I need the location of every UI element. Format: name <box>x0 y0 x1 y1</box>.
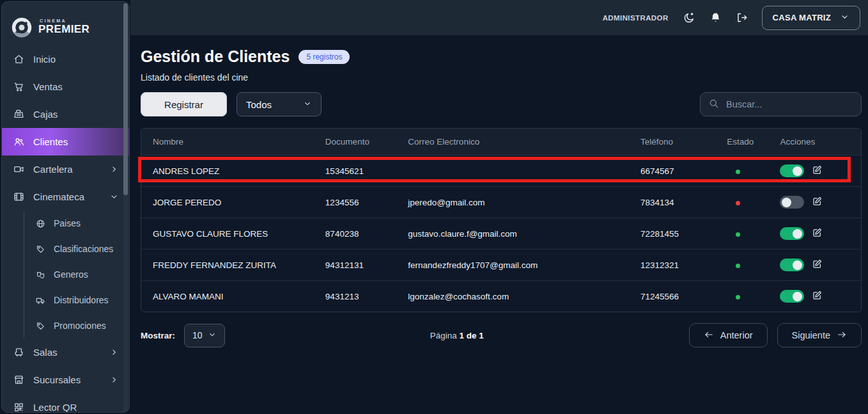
status-dot <box>736 232 740 237</box>
edit-button[interactable] <box>812 259 823 271</box>
cell-documento: 1234556 <box>318 187 400 218</box>
tag-icon <box>36 244 45 254</box>
edit-button[interactable] <box>812 164 823 177</box>
cell-nombre: FREDDY FERNANDEZ ZURITA <box>141 250 318 281</box>
notifications-button[interactable] <box>709 12 722 24</box>
edit-button[interactable] <box>812 290 823 303</box>
topbar: ADMINISTRADOR CASA MATRIZ <box>130 0 868 35</box>
seat-icon <box>13 347 24 358</box>
cell-correo: gustavo.claure.f@gmail.com <box>400 218 633 250</box>
previous-page-button[interactable]: Anterior <box>689 323 768 347</box>
sidebar-item-cinemateca[interactable]: Cinemateca <box>2 183 129 211</box>
status-toggle[interactable] <box>780 290 804 303</box>
app-root: CINEMA PREMIER InicioVentasCajasClientes… <box>0 0 868 414</box>
sidebar-item-label: Clientes <box>33 136 68 147</box>
store-icon <box>13 374 24 385</box>
edit-button[interactable] <box>812 227 823 240</box>
edit-icon <box>812 227 823 238</box>
column-header-documento: Documento <box>318 129 400 155</box>
status-toggle[interactable] <box>780 196 804 209</box>
globe-icon <box>36 219 45 228</box>
brand-logo: CINEMA PREMIER <box>2 2 129 43</box>
video-icon <box>13 164 24 175</box>
edit-icon <box>812 164 823 175</box>
chevron-down-icon <box>303 99 312 108</box>
sidebar: CINEMA PREMIER InicioVentasCajasClientes… <box>1 1 130 413</box>
arrow-right-icon <box>837 330 847 340</box>
main-content: Gestión de Clientes 5 registros Listado … <box>130 35 868 414</box>
sidebar-subitem-promociones[interactable]: Promociones <box>24 313 129 338</box>
home-icon <box>13 54 24 65</box>
cinema-premier-logo-icon <box>11 17 33 38</box>
sidebar-subitem-distribuidores[interactable]: Distribuidores <box>24 287 129 313</box>
cell-telefono: 7834134 <box>633 187 719 218</box>
table-row: GUSTAVO CLAURE FLORES8740238gustavo.clau… <box>141 218 861 250</box>
cell-correo: lgonzalez@cochasoft.com <box>400 281 633 312</box>
cell-nombre: GUSTAVO CLAURE FLORES <box>141 218 318 250</box>
brand-line2: PREMIER <box>38 23 89 36</box>
search-icon <box>708 98 719 109</box>
chevron-right-icon <box>109 375 119 385</box>
sidebar-item-label: Cajas <box>33 109 58 120</box>
sidebar-item-ventas[interactable]: Ventas <box>2 73 129 100</box>
column-header-nombre: Nombre <box>141 129 318 155</box>
sidebar-subitem-generos[interactable]: Generos <box>24 262 129 287</box>
page-size-select[interactable]: 10 <box>184 324 225 347</box>
status-dot <box>736 201 740 205</box>
dark-mode-toggle-button[interactable] <box>683 12 695 24</box>
column-header-estado: Estado <box>719 129 772 155</box>
page-title: Gestión de Clientes <box>141 47 290 66</box>
sidebar-scrollbar-thumb[interactable] <box>123 3 128 195</box>
sidebar-item-label: Ventas <box>33 81 63 92</box>
register-button[interactable]: Registrar <box>141 92 227 116</box>
sidebar-item-clientes[interactable]: Clientes <box>2 128 129 155</box>
status-toggle[interactable] <box>780 259 804 271</box>
sidebar-item-label: Sucursales <box>33 374 81 385</box>
status-toggle[interactable] <box>780 227 804 240</box>
sidebar-item-label: Lector QR <box>33 402 77 413</box>
sidebar-item-lector-qr[interactable]: Lector QR <box>2 394 129 413</box>
edit-button[interactable] <box>812 196 823 209</box>
users-icon <box>13 136 24 147</box>
table-row: ANDRES LOPEZ153456216674567 <box>141 155 861 187</box>
cash-register-icon <box>13 109 24 120</box>
filter-select[interactable]: Todos <box>236 92 322 116</box>
pagination-bar: Mostrar: 10 Página 1 de 1 Anterior Sigui… <box>141 323 862 347</box>
edit-icon <box>812 196 823 207</box>
page-indicator: Página 1 de 1 <box>225 331 689 340</box>
logout-button[interactable] <box>736 12 748 24</box>
toolbar: Registrar Todos <box>141 92 862 116</box>
status-toggle[interactable] <box>780 164 804 177</box>
column-header-acciones: Acciones <box>772 129 861 155</box>
arrow-left-icon <box>704 330 714 340</box>
sidebar-item-label: Inicio <box>33 54 56 65</box>
sidebar-item-cajas[interactable]: Cajas <box>2 100 129 128</box>
sidebar-item-inicio[interactable]: Inicio <box>2 45 129 73</box>
tag-icon <box>36 321 45 331</box>
cell-correo: jperedo@gmail.com <box>400 187 633 218</box>
chevron-right-icon <box>109 347 119 357</box>
sidebar-subitem-label: Generos <box>54 269 88 280</box>
sidebar-item-label: Cartelera <box>33 164 73 175</box>
cell-documento: 15345621 <box>318 155 400 187</box>
sidebar-item-salas[interactable]: Salas <box>2 338 129 366</box>
next-page-button[interactable]: Siguiente <box>777 323 862 347</box>
branch-selector-button[interactable]: CASA MATRIZ <box>762 6 860 30</box>
filter-select-value: Todos <box>246 99 272 110</box>
sidebar-subitem-paises[interactable]: Paises <box>24 211 129 236</box>
sidebar-submenu: PaisesClasificacionesGenerosDistribuidor… <box>24 211 129 338</box>
sidebar-item-sucursales[interactable]: Sucursales <box>2 366 129 394</box>
sidebar-item-cartelera[interactable]: Cartelera <box>2 155 129 183</box>
cart-icon <box>13 81 24 92</box>
status-dot <box>736 170 740 174</box>
cell-nombre: JORGE PEREDO <box>141 187 318 218</box>
search-input[interactable] <box>725 99 853 110</box>
clients-table: Nombre Documento Correo Electronico Telé… <box>141 129 861 312</box>
chevron-down-icon <box>840 12 849 22</box>
sidebar-scrollbar[interactable] <box>123 3 128 412</box>
page-subtitle: Listado de clientes del cine <box>141 72 862 83</box>
cell-correo: fernandezfreddy1707@gmail.com <box>400 250 633 281</box>
sidebar-subitem-clasificaciones[interactable]: Clasificaciones <box>24 236 129 262</box>
table-row: JORGE PEREDO1234556jperedo@gmail.com7834… <box>141 187 861 218</box>
column-header-correo: Correo Electronico <box>400 129 633 155</box>
